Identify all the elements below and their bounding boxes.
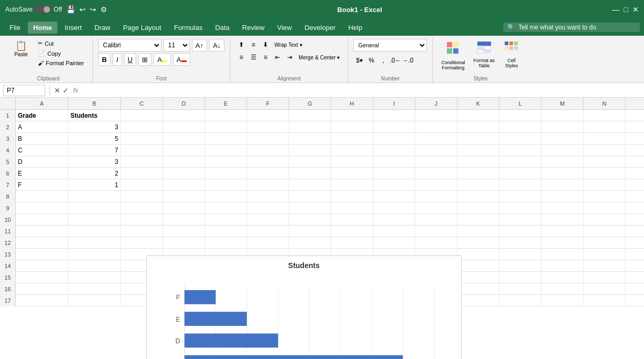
cell-e6[interactable] (205, 168, 247, 179)
cell-c2[interactable] (121, 121, 163, 133)
paste-button[interactable]: 📋 Paste (9, 39, 33, 59)
search-box[interactable]: 🔍 Tell me what you want to do (503, 23, 640, 32)
font-family-select[interactable]: Calibri (98, 39, 161, 52)
name-box[interactable] (3, 85, 45, 96)
italic-button[interactable]: I (113, 53, 122, 66)
cell-k4[interactable] (457, 145, 499, 156)
cell-m2[interactable] (541, 121, 584, 133)
cell-f3[interactable] (247, 133, 289, 145)
cell-k3[interactable] (457, 133, 499, 145)
cell-h7[interactable] (331, 179, 373, 191)
increase-indent-btn[interactable]: ⇥ (284, 52, 295, 63)
cell-d1[interactable] (163, 110, 205, 121)
cell-f4[interactable] (247, 145, 289, 156)
cell-b1[interactable]: Students (68, 110, 121, 121)
cell-d4[interactable] (163, 145, 205, 156)
cell-k2[interactable] (457, 121, 499, 133)
cell-e3[interactable] (205, 133, 247, 145)
autosave-pill[interactable] (35, 5, 52, 14)
col-header-b[interactable]: B (68, 98, 121, 109)
cell-l6[interactable] (499, 168, 541, 179)
cell-m6[interactable] (541, 168, 584, 179)
col-header-g[interactable]: G (289, 98, 331, 109)
menu-insert[interactable]: Insert (59, 22, 87, 34)
format-as-table-button[interactable]: Format asTable (471, 39, 498, 70)
percent-btn[interactable]: % (365, 55, 377, 66)
align-left-btn[interactable]: ≡ (236, 52, 247, 63)
cell-f1[interactable] (247, 110, 289, 121)
formula-confirm-btn[interactable]: ✓ (63, 86, 69, 95)
cell-c7[interactable] (121, 179, 163, 191)
menu-developer[interactable]: Developer (299, 22, 341, 34)
cell-d7[interactable] (163, 179, 205, 191)
format-painter-button[interactable]: 🖌 Format Painter (35, 59, 87, 67)
col-header-a[interactable]: A (16, 98, 68, 109)
cell-e7[interactable] (205, 179, 247, 191)
cell-l5[interactable] (499, 156, 541, 168)
cell-l2[interactable] (499, 121, 541, 133)
cell-l7[interactable] (499, 179, 541, 191)
menu-review[interactable]: Review (237, 22, 270, 34)
cell-g1[interactable] (289, 110, 331, 121)
cell-i7[interactable] (373, 179, 415, 191)
col-header-d[interactable]: D (163, 98, 205, 109)
cell-m3[interactable] (541, 133, 584, 145)
cell-c1[interactable] (121, 110, 163, 121)
cell-g2[interactable] (289, 121, 331, 133)
border-button[interactable]: ⊞ (138, 53, 151, 66)
cell-c5[interactable] (121, 156, 163, 168)
col-header-n[interactable]: N (584, 98, 626, 109)
cell-h1[interactable] (331, 110, 373, 121)
undo-icon[interactable]: ↩ (79, 5, 86, 14)
cell-n1[interactable] (584, 110, 626, 121)
window-controls[interactable]: — □ ✕ (612, 5, 639, 14)
col-header-l[interactable]: L (499, 98, 541, 109)
cell-j5[interactable] (415, 156, 457, 168)
col-header-k[interactable]: K (457, 98, 499, 109)
underline-button[interactable]: U (124, 53, 136, 66)
comma-btn[interactable]: , (377, 55, 389, 66)
font-size-select[interactable]: 11 (163, 39, 190, 52)
cell-l3[interactable] (499, 133, 541, 145)
align-right-btn[interactable]: ≡ (260, 52, 271, 63)
cell-b5[interactable]: 3 (68, 156, 121, 168)
col-header-c[interactable]: C (121, 98, 163, 109)
cell-d2[interactable] (163, 121, 205, 133)
menu-page-layout[interactable]: Page Layout (118, 22, 167, 34)
cell-n5[interactable] (584, 156, 626, 168)
formula-input[interactable] (83, 86, 641, 95)
cell-h3[interactable] (331, 133, 373, 145)
cell-l1[interactable] (499, 110, 541, 121)
cell-d3[interactable] (163, 133, 205, 145)
cell-h2[interactable] (331, 121, 373, 133)
cell-j2[interactable] (415, 121, 457, 133)
cell-h5[interactable] (331, 156, 373, 168)
align-center-btn[interactable]: ☰ (248, 52, 259, 63)
cell-a8[interactable] (16, 191, 68, 202)
cell-a4[interactable]: C (16, 145, 68, 156)
col-header-j[interactable]: J (415, 98, 457, 109)
cell-e2[interactable] (205, 121, 247, 133)
cell-e1[interactable] (205, 110, 247, 121)
cell-g5[interactable] (289, 156, 331, 168)
cell-e5[interactable] (205, 156, 247, 168)
currency-btn[interactable]: $▾ (353, 55, 365, 66)
menu-data[interactable]: Data (210, 22, 234, 34)
cell-styles-button[interactable]: CellStyles (500, 39, 523, 70)
cell-h6[interactable] (331, 168, 373, 179)
cell-g4[interactable] (289, 145, 331, 156)
cell-b4[interactable]: 7 (68, 145, 121, 156)
cell-d5[interactable] (163, 156, 205, 168)
maximize-btn[interactable]: □ (624, 5, 628, 14)
cell-b6[interactable]: 2 (68, 168, 121, 179)
cell-k1[interactable] (457, 110, 499, 121)
cell-d6[interactable] (163, 168, 205, 179)
cell-g7[interactable] (289, 179, 331, 191)
cell-c3[interactable] (121, 133, 163, 145)
cell-k7[interactable] (457, 179, 499, 191)
cell-l4[interactable] (499, 145, 541, 156)
col-header-i[interactable]: I (373, 98, 415, 109)
cell-b3[interactable]: 5 (68, 133, 121, 145)
menu-home[interactable]: Home (28, 22, 57, 34)
cell-i6[interactable] (373, 168, 415, 179)
